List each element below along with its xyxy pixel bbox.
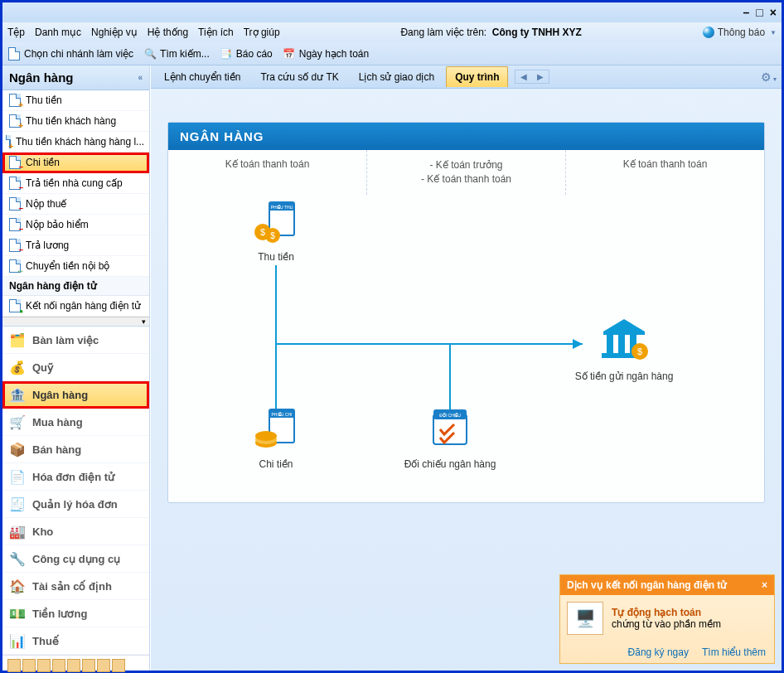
menu-tien-ich[interactable]: Tiện ích [198,27,234,38]
workflow-columns: Kế toán thanh toán - Kế toán trưởng - Kế… [168,150,764,195]
svg-rect-20 [618,335,625,353]
sidebar-item-6[interactable]: Nộp bảo hiểm [2,215,149,235]
menu-tep[interactable]: Tệp [7,27,25,38]
sidebar-item-2[interactable]: Thu tiền khách hàng hàng l... [2,132,149,153]
notification-text: Tự động hạch toán chứng từ vào phần mềm [612,607,721,630]
minimize-button[interactable]: – [743,6,750,19]
tab-nav[interactable]: ◀▶ [515,70,549,84]
nav-module-label: Bàn làm việc [32,334,99,346]
link-tim-hieu[interactable]: Tìm hiểu thêm [702,646,766,658]
link-icon [9,299,21,312]
sidebar-item-5[interactable]: Nộp thuế [2,194,149,215]
sidebar-item-8[interactable]: Chuyển tiền nội bộ [2,256,149,277]
nav-module-label: Quản lý hóa đơn [32,498,118,511]
nav-module-10[interactable]: 💵Tiền lương [2,600,149,627]
sidebar-item-label: Nộp thuế [26,198,66,210]
menu-nghiep-vu[interactable]: Nghiệp vụ [91,27,138,38]
workflow-title: NGÂN HÀNG [168,123,764,150]
sidebar-item-4[interactable]: Trả tiền nhà cung cấp [2,173,149,194]
link-dang-ky[interactable]: Đăng ký ngay [628,646,689,658]
tab-1[interactable]: Tra cứu số dư TK [252,67,346,87]
nav-module-0[interactable]: 🗂️Bàn làm việc [2,327,149,354]
nav-module-label: Kho [32,525,53,538]
sidebar-item-1[interactable]: Thu tiền khách hàng [2,111,149,132]
workflow-node-so-tien-gui[interactable]: $ Số tiền gửi ngân hàng [566,315,682,382]
nav-module-label: Bán hàng [32,443,81,456]
toolbar-ngay-hach-toan[interactable]: 📅 Ngày hạch toán [283,47,369,61]
tabstrip: Lệnh chuyển tiềnTra cứu số dư TKLịch sử … [151,65,782,89]
chevron-left-icon[interactable]: ◀ [515,70,532,83]
app-window: – □ × Tệp Danh mục Nghiệp vụ Hệ thống Ti… [0,0,784,673]
toolbar: Chọn chi nhánh làm việc 🔍 Tìm kiếm... 📑 … [2,42,782,65]
sidebar-mini-icons[interactable] [2,655,149,673]
workflow-node-doi-chieu[interactable]: ĐỐI CHIẾU Đối chiếu ngân hàng [392,406,508,470]
report-icon: 📑 [220,47,233,61]
workflow-node-thu-tien[interactable]: PHIẾU THU$$ Thu tiền [218,199,334,263]
chevron-down-icon: ▼ [770,29,777,36]
nav-module-8[interactable]: 🔧Công cụ dụng cụ [2,545,149,573]
document-icon [9,135,11,148]
sidebar-item-7[interactable]: Trả lương [2,235,149,256]
module-icon: 🛒 [9,414,26,430]
toolbar-chon-chi-nhanh[interactable]: Chọn chi nhánh làm việc [7,47,133,61]
titlebar: – □ × [2,2,782,22]
nav-module-6[interactable]: 🧾Quản lý hóa đơn [2,491,149,518]
gear-icon[interactable]: ⚙▾ [761,70,777,84]
nav-module-9[interactable]: 🏠Tài sản cố định [2,573,149,600]
nav-module-label: Mua hàng [32,416,83,428]
receipt-in-icon: PHIẾU THU$$ [251,199,301,248]
receipt-out-icon: PHIẾU CHI [251,406,301,455]
sidebar-item-label: Kết nối ngân hàng điện tử [26,300,141,312]
nav-module-label: Thuế [32,635,59,647]
workflow-col-right: Kế toán thanh toán [566,150,764,195]
maximize-button[interactable]: □ [756,6,762,19]
module-icon: 💰 [9,359,26,375]
menu-danh-muc[interactable]: Danh mục [35,27,81,38]
globe-icon [703,27,714,38]
toolbar-tim-kiem[interactable]: 🔍 Tìm kiếm... [143,47,210,61]
nav-module-4[interactable]: 📦Bán hàng [2,436,149,463]
module-icon: 🏠 [9,578,26,594]
collapse-icon[interactable]: « [138,73,143,82]
workflow-node-chi-tien[interactable]: PHIẾU CHI Chi tiền [218,406,334,470]
module-icon: 📊 [9,632,26,649]
document-icon [9,259,21,273]
context-label: Đang làm việc trên: Công ty TNHH XYZ [400,27,581,38]
menu-he-thong[interactable]: Hệ thống [148,27,188,38]
workflow-col-mid: - Kế toán trưởng - Kế toán thanh toán [366,150,566,195]
menubar: Tệp Danh mục Nghiệp vụ Hệ thống Tiện ích… [2,22,782,42]
tab-2[interactable]: Lịch sử giao dịch [351,67,443,87]
nav-module-5[interactable]: 📄Hóa đơn điện tử [2,463,149,491]
sidebar-item-3[interactable]: Chi tiền [2,153,149,173]
sidebar: Ngân hàng « Thu tiềnThu tiền khách hàngT… [2,65,150,671]
ebank-icon: 🖥️ [567,602,603,635]
close-icon[interactable]: × [762,579,767,591]
sidebar-item2-0[interactable]: Kết nối ngân hàng điện tử [2,296,149,317]
tab-0[interactable]: Lệnh chuyển tiền [156,67,249,87]
module-icon: 🧾 [9,496,26,512]
menu-tro-giup[interactable]: Trợ giúp [244,27,280,38]
sidebar-scroll-indicator[interactable]: ▾ [2,317,149,326]
module-icon: 📦 [9,441,26,458]
tab-3[interactable]: Quy trình [446,66,508,87]
document-icon [7,47,21,61]
nav-module-label: Công cụ dụng cụ [32,553,120,565]
nav-module-1[interactable]: 💰Quỹ [2,354,149,381]
nav-module-2[interactable]: 🏦Ngân hàng [2,381,149,409]
close-button[interactable]: × [770,6,777,19]
thongbao-button[interactable]: Thông báo ▼ [703,27,777,38]
toolbar-bao-cao[interactable]: 📑 Báo cáo [220,47,273,61]
sidebar-header: Ngân hàng « [2,65,149,90]
nav-module-3[interactable]: 🛒Mua hàng [2,409,149,436]
nav-module-11[interactable]: 📊Thuế [2,627,149,655]
nav-module-7[interactable]: 🏭Kho [2,518,149,545]
sidebar-section-ebanking: Ngân hàng điện tử [2,277,149,296]
chevron-right-icon[interactable]: ▶ [532,70,549,83]
sidebar-item-label: Nộp bảo hiểm [26,219,89,230]
module-icon: 🏦 [9,386,26,403]
sidebar-item-label: Chi tiền [26,157,60,168]
sidebar-item-0[interactable]: Thu tiền [2,90,149,111]
module-icon: 🔧 [9,550,26,567]
sidebar-list: Thu tiềnThu tiền khách hàngThu tiền khác… [2,90,149,277]
document-icon [9,114,21,128]
